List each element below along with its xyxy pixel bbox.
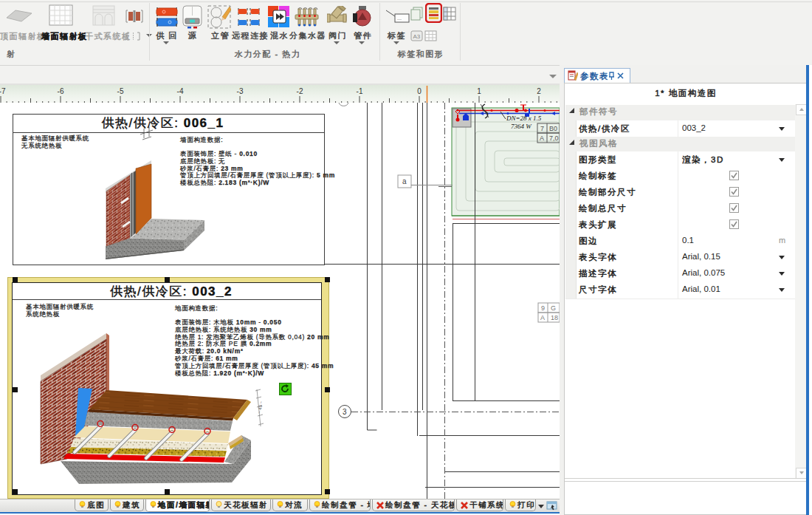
- svg-text:-5: -5: [117, 87, 124, 95]
- svg-text:-4: -4: [177, 87, 184, 95]
- svg-text:-6: -6: [58, 87, 64, 95]
- svg-text:7: 7: [540, 125, 544, 132]
- svg-text:7364 W: 7364 W: [511, 123, 532, 130]
- svg-text:-2: -2: [297, 87, 303, 95]
- svg-text:A3: A3: [413, 33, 421, 40]
- svg-text:-3: -3: [237, 87, 244, 95]
- svg-text:a: a: [402, 177, 407, 185]
- svg-text:A: A: [540, 314, 545, 321]
- svg-text:-7: -7: [0, 87, 6, 95]
- svg-text:0: 0: [417, 87, 422, 95]
- svg-text:-1: -1: [357, 87, 363, 95]
- svg-text:B0: B0: [549, 125, 557, 132]
- svg-text:1: 1: [477, 87, 481, 95]
- svg-text:2: 2: [537, 87, 541, 95]
- svg-text:7,0: 7,0: [549, 134, 559, 142]
- svg-text:A: A: [540, 134, 544, 142]
- svg-text:18: 18: [551, 314, 558, 321]
- svg-text:DN=28 x 1.5: DN=28 x 1.5: [506, 115, 542, 122]
- svg-text:...: ...: [397, 16, 402, 21]
- svg-text:G: G: [551, 304, 556, 312]
- svg-text:3: 3: [343, 408, 347, 416]
- svg-text:9: 9: [541, 304, 545, 312]
